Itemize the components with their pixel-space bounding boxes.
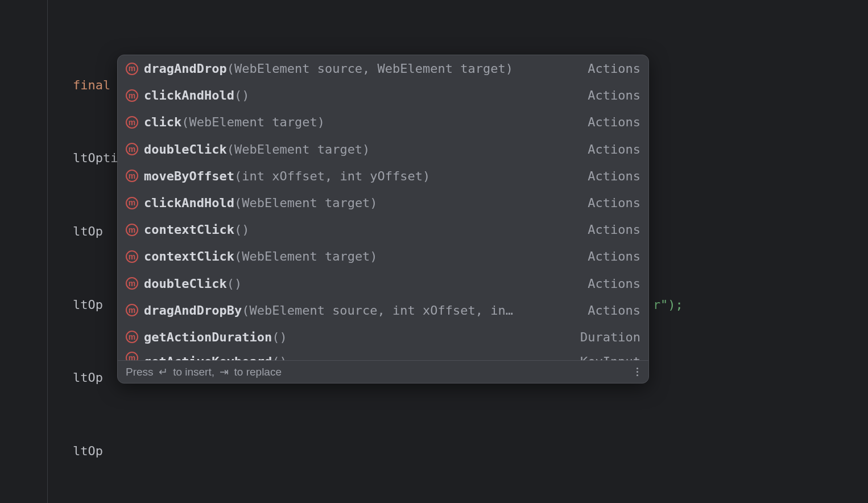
suggestion-item[interactable]: m dragAndDropBy(WebElement source, int x… xyxy=(118,297,648,324)
suggestion-item[interactable]: m getActionDuration() Duration xyxy=(118,324,648,351)
method-icon: m xyxy=(126,304,138,316)
return-type: Actions xyxy=(588,139,640,159)
return-type: Actions xyxy=(588,246,640,266)
method-icon: m xyxy=(126,197,138,209)
method-icon: m xyxy=(126,63,138,75)
return-type: Actions xyxy=(588,220,640,240)
return-type: Actions xyxy=(588,85,640,105)
method-icon: m xyxy=(126,224,138,236)
return-type: Actions xyxy=(588,112,640,132)
suggestion-item[interactable]: m click(WebElement target) Actions xyxy=(118,109,648,135)
method-icon: m xyxy=(126,277,138,290)
code-line: ltOp xyxy=(43,439,868,464)
method-icon: m xyxy=(126,89,138,102)
method-icon: m xyxy=(126,331,138,343)
suggestion-item[interactable]: m moveByOffset(int xOffset, int yOffset)… xyxy=(118,163,648,189)
suggestion-item[interactable]: m dragAndDrop(WebElement source, WebElem… xyxy=(118,55,648,82)
autocomplete-popup: m dragAndDrop(WebElement source, WebElem… xyxy=(117,55,649,384)
return-type: KeyInput xyxy=(580,352,640,360)
suggestion-item[interactable]: m doubleClick() Actions xyxy=(118,270,648,297)
suggestion-item[interactable]: m clickAndHold(WebElement target) Action… xyxy=(118,189,648,216)
popup-footer: Press ↵ to insert, ⇥ to replace xyxy=(118,360,648,383)
method-icon: m xyxy=(126,143,138,155)
return-type: Actions xyxy=(588,193,640,213)
return-type: Actions xyxy=(588,274,640,294)
suggestion-item[interactable]: m getActiveKeyboard() KeyInput xyxy=(118,351,648,360)
return-type: Actions xyxy=(588,166,640,186)
method-icon: m xyxy=(126,116,138,129)
suggestion-item[interactable]: m clickAndHold() Actions xyxy=(118,82,648,109)
suggestion-list[interactable]: m dragAndDrop(WebElement source, WebElem… xyxy=(118,55,648,360)
suggestion-item[interactable]: m contextClick(WebElement target) Action… xyxy=(118,243,648,270)
method-icon: m xyxy=(126,250,138,263)
return-type: Duration xyxy=(580,327,640,347)
return-type: Actions xyxy=(588,59,640,79)
return-type: Actions xyxy=(588,300,640,320)
suggestion-item[interactable]: m contextClick() Actions xyxy=(118,216,648,243)
suggestion-item[interactable]: m doubleClick(WebElement target) Actions xyxy=(118,136,648,163)
method-icon: m xyxy=(126,170,138,182)
hint-text: Press ↵ to insert, ⇥ to replace xyxy=(126,365,282,378)
more-options-icon[interactable] xyxy=(634,365,640,378)
method-icon: m xyxy=(126,352,138,360)
